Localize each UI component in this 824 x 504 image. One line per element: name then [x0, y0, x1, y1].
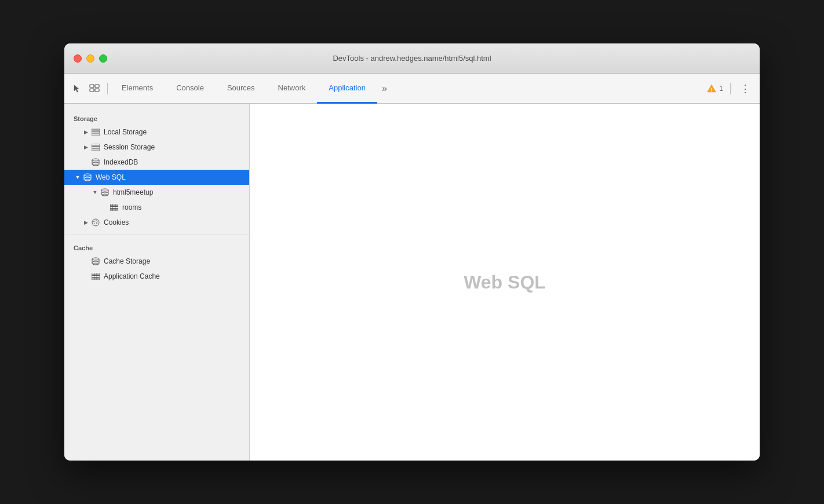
- svg-point-20: [92, 219, 99, 226]
- application-cache-label: Application Cache: [104, 272, 160, 280]
- indexeddb-arrow: [82, 158, 90, 166]
- svg-rect-3: [95, 89, 99, 92]
- cookies-icon: [91, 218, 100, 227]
- cookies-arrow: [82, 218, 90, 227]
- main-content: Storage Local Storage: [64, 104, 760, 461]
- svg-rect-17: [110, 209, 118, 211]
- toolbar-divider: [730, 83, 731, 94]
- rooms-arrow: [100, 203, 108, 211]
- cache-section-header: Cache: [64, 240, 249, 254]
- tab-elements[interactable]: Elements: [110, 74, 165, 104]
- traffic-lights: [74, 54, 107, 63]
- local-storage-arrow: [82, 128, 90, 136]
- tab-console[interactable]: Console: [165, 74, 216, 104]
- svg-rect-30: [92, 278, 100, 280]
- svg-rect-1: [90, 89, 94, 92]
- warning-badge[interactable]: ! 1: [706, 83, 723, 94]
- session-storage-arrow: [82, 143, 90, 151]
- svg-rect-6: [92, 132, 100, 133]
- cache-storage-arrow: [82, 257, 90, 265]
- window-title: DevTools - andrew.hedges.name/html5/sql.…: [333, 54, 491, 63]
- cookies-label: Cookies: [104, 218, 129, 227]
- application-cache-icon: [91, 272, 100, 281]
- titlebar: DevTools - andrew.hedges.name/html5/sql.…: [64, 43, 760, 74]
- tab-application[interactable]: Application: [317, 74, 377, 104]
- sidebar-item-indexeddb[interactable]: IndexedDB: [64, 155, 249, 170]
- close-button[interactable]: [74, 54, 82, 63]
- toolbar-right: ! 1 ⋮: [706, 82, 753, 95]
- devtools-window: DevTools - andrew.hedges.name/html5/sql.…: [64, 43, 760, 461]
- tabs: Elements Console Sources Network Applica…: [110, 74, 706, 104]
- indexeddb-icon: [91, 158, 100, 167]
- svg-text:!: !: [711, 87, 713, 93]
- svg-rect-2: [95, 85, 99, 87]
- indexeddb-label: IndexedDB: [104, 158, 138, 166]
- html5meetup-icon: [100, 188, 110, 197]
- sidebar: Storage Local Storage: [64, 104, 250, 461]
- svg-point-24: [96, 222, 97, 224]
- svg-rect-11: [92, 149, 100, 151]
- sidebar-item-cookies[interactable]: Cookies: [64, 215, 249, 230]
- sidebar-item-html5meetup[interactable]: html5meetup: [64, 185, 249, 200]
- svg-point-23: [94, 223, 95, 224]
- storage-section-header: Storage: [64, 111, 249, 125]
- svg-rect-29: [92, 276, 100, 277]
- sidebar-item-web-sql[interactable]: Web SQL: [64, 170, 249, 185]
- application-cache-arrow: [82, 272, 90, 280]
- sidebar-item-cache-storage[interactable]: Cache Storage: [64, 254, 249, 269]
- svg-point-14: [101, 189, 108, 191]
- menu-button[interactable]: ⋮: [738, 82, 753, 95]
- web-sql-label: Web SQL: [96, 173, 126, 181]
- web-sql-icon: [83, 173, 92, 182]
- cache-storage-icon: [91, 257, 100, 266]
- svg-point-27: [92, 258, 99, 260]
- sidebar-item-application-cache[interactable]: Application Cache: [64, 269, 249, 284]
- svg-point-12: [92, 159, 99, 161]
- local-storage-label: Local Storage: [104, 128, 147, 136]
- warning-icon: !: [706, 83, 717, 94]
- inspect-icon[interactable]: [89, 83, 100, 94]
- svg-point-26: [95, 222, 96, 222]
- local-storage-icon: [91, 127, 100, 137]
- more-tabs-button[interactable]: »: [377, 74, 392, 104]
- html5meetup-arrow: [91, 188, 99, 196]
- warning-count: 1: [719, 85, 723, 93]
- tab-sources[interactable]: Sources: [216, 74, 267, 104]
- svg-point-22: [96, 220, 97, 221]
- panel-placeholder: Web SQL: [464, 272, 546, 293]
- svg-rect-16: [110, 207, 118, 209]
- svg-point-21: [93, 221, 94, 222]
- rooms-icon: [110, 203, 119, 212]
- main-panel: Web SQL: [250, 104, 760, 461]
- toolbar-icons: [71, 83, 108, 94]
- toolbar: Elements Console Sources Network Applica…: [64, 74, 760, 104]
- tab-network[interactable]: Network: [267, 74, 318, 104]
- cache-storage-label: Cache Storage: [104, 257, 150, 265]
- svg-point-13: [84, 174, 91, 176]
- cursor-icon[interactable]: [71, 83, 83, 94]
- web-sql-arrow: [74, 173, 82, 181]
- sidebar-item-local-storage[interactable]: Local Storage: [64, 125, 249, 140]
- svg-rect-15: [110, 204, 118, 206]
- sidebar-item-session-storage[interactable]: Session Storage: [64, 140, 249, 155]
- svg-rect-10: [92, 147, 100, 148]
- svg-rect-0: [90, 85, 94, 87]
- svg-rect-7: [92, 134, 100, 136]
- session-storage-icon: [91, 143, 100, 152]
- minimize-button[interactable]: [86, 54, 94, 63]
- svg-rect-28: [92, 273, 100, 275]
- sidebar-item-rooms[interactable]: rooms: [64, 200, 249, 215]
- rooms-label: rooms: [122, 203, 141, 211]
- session-storage-label: Session Storage: [104, 143, 155, 151]
- svg-rect-9: [92, 144, 100, 145]
- maximize-button[interactable]: [99, 54, 107, 63]
- html5meetup-label: html5meetup: [113, 188, 153, 196]
- sidebar-divider: [64, 235, 249, 235]
- svg-point-25: [97, 221, 97, 221]
